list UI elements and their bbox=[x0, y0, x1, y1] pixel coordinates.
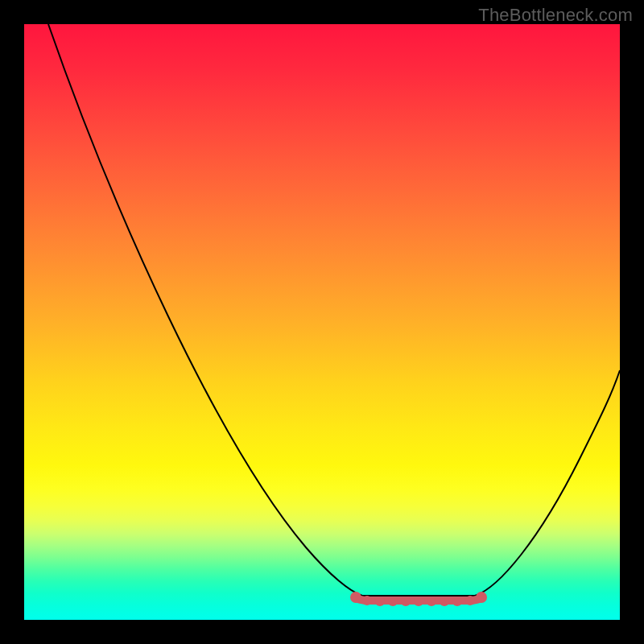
curve-svg bbox=[24, 24, 620, 620]
optimal-dot bbox=[427, 597, 436, 606]
optimal-dot bbox=[388, 597, 398, 606]
optimal-dot bbox=[452, 597, 462, 606]
curve-right-branch bbox=[475, 370, 620, 596]
optimal-dot bbox=[465, 596, 475, 605]
watermark-text: TheBottleneck.com bbox=[478, 5, 633, 26]
optimal-dot bbox=[476, 592, 487, 603]
chart-frame: TheBottleneck.com bbox=[0, 0, 644, 644]
curve-left-branch bbox=[48, 24, 362, 596]
optimal-dot bbox=[401, 597, 411, 606]
optimal-dot bbox=[414, 597, 423, 606]
optimal-dot bbox=[350, 592, 361, 603]
optimal-dot bbox=[375, 597, 385, 606]
plot-area bbox=[24, 24, 620, 620]
optimal-dot bbox=[440, 597, 449, 606]
optimal-dot bbox=[362, 596, 372, 605]
